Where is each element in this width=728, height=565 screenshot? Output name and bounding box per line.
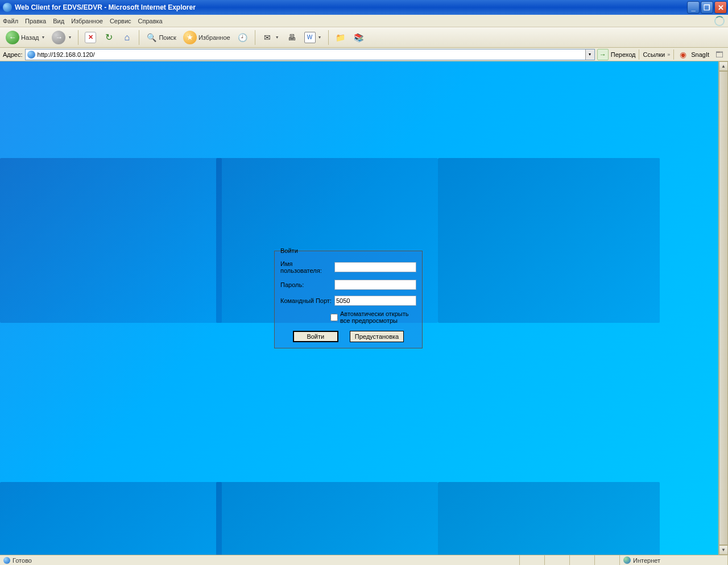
separator xyxy=(255,30,255,45)
history-icon: 🕘 xyxy=(237,32,249,43)
minimize-button[interactable]: _ xyxy=(687,1,700,14)
password-label: Пароль: xyxy=(280,281,334,288)
snagit-window-icon[interactable]: 🗔 xyxy=(714,49,725,60)
window-controls: _ ❐ ✕ xyxy=(687,0,728,15)
favorites-label: Избранное xyxy=(198,34,230,41)
menu-view[interactable]: Вид xyxy=(53,18,64,24)
status-text: Готово xyxy=(13,557,32,564)
chevron-down-icon: ▼ xyxy=(275,35,279,39)
favorites-button[interactable]: ★ Избранное xyxy=(181,30,233,45)
scroll-thumb[interactable] xyxy=(719,71,728,545)
menu-bar: Файл Правка Вид Избранное Сервис Справка xyxy=(0,15,728,27)
address-input-wrap[interactable]: ▾ xyxy=(25,49,595,60)
login-buttons: Войти Предустановка xyxy=(280,331,416,342)
address-dropdown[interactable]: ▾ xyxy=(585,49,594,60)
maximize-button[interactable]: ❐ xyxy=(701,1,713,14)
status-panel-main: Готово xyxy=(0,555,520,565)
back-button[interactable]: ← Назад ▼ xyxy=(3,30,47,45)
snagit-label[interactable]: SnagIt xyxy=(691,51,709,58)
ie-status-icon xyxy=(3,557,10,564)
search-icon: 🔍 xyxy=(146,32,157,43)
folder-button[interactable]: 📁 xyxy=(333,31,349,44)
username-label: Имя пользователя: xyxy=(280,260,334,274)
research-button[interactable]: 📚 xyxy=(351,31,367,44)
mail-icon: ✉ xyxy=(262,32,273,43)
home-icon: ⌂ xyxy=(121,32,133,43)
refresh-button[interactable]: ↻ xyxy=(101,31,117,44)
bg-tile xyxy=(216,482,438,555)
status-panel xyxy=(595,555,620,565)
print-button[interactable]: 🖶 xyxy=(284,31,300,44)
search-label: Поиск xyxy=(159,34,176,41)
toolbar: ← Назад ▼ → ▼ ✕ ↻ ⌂ 🔍 Поиск ★ Избранное … xyxy=(0,27,728,48)
bg-tile xyxy=(0,158,222,323)
throbber-icon xyxy=(714,16,725,26)
home-button[interactable]: ⌂ xyxy=(119,31,135,44)
menu-help[interactable]: Справка xyxy=(138,18,163,24)
status-panel xyxy=(570,555,595,565)
stop-icon: ✕ xyxy=(85,32,96,43)
mail-button[interactable]: ✉▼ xyxy=(259,31,282,44)
login-legend: Войти xyxy=(279,247,299,254)
window-titlebar: Web Client for EDVS/EDVR - Microsoft Int… xyxy=(0,0,728,15)
login-fieldset: Войти Имя пользователя: Пароль: Командны… xyxy=(274,251,423,348)
separator xyxy=(673,49,674,60)
port-row: Командный Порт: xyxy=(280,296,416,306)
page-viewport: Войти Имя пользователя: Пароль: Командны… xyxy=(0,61,728,555)
forward-arrow-icon: → xyxy=(52,31,65,44)
stop-button[interactable]: ✕ xyxy=(82,31,98,44)
separator xyxy=(328,30,329,45)
port-label: Командный Порт: xyxy=(280,297,334,304)
go-label: Переход xyxy=(611,51,636,58)
separator xyxy=(139,30,139,45)
port-input[interactable] xyxy=(334,296,416,306)
zone-text: Интернет xyxy=(633,557,660,564)
password-input[interactable] xyxy=(334,280,416,290)
address-label: Адрес: xyxy=(3,51,23,58)
chevron-down-icon: ▼ xyxy=(42,35,46,39)
chevron-down-icon: ▼ xyxy=(68,35,72,39)
edit-button[interactable]: W▼ xyxy=(302,31,324,44)
refresh-icon: ↻ xyxy=(103,32,114,43)
username-row: Имя пользователя: xyxy=(280,260,416,274)
close-button[interactable]: ✕ xyxy=(714,1,727,14)
chevron-down-icon: ▼ xyxy=(318,35,322,39)
edit-doc-icon: W xyxy=(304,32,316,43)
scroll-down-button[interactable]: ▼ xyxy=(719,545,728,555)
forward-button[interactable]: → ▼ xyxy=(49,30,74,45)
expand-icon[interactable]: » xyxy=(667,52,670,57)
password-row: Пароль: xyxy=(280,280,416,290)
back-label: Назад xyxy=(21,34,39,41)
bg-tile xyxy=(0,482,222,555)
vertical-scrollbar[interactable]: ▲ ▼ xyxy=(718,61,728,555)
menu-favorites[interactable]: Избранное xyxy=(71,18,103,24)
bg-tile xyxy=(438,158,660,323)
separator xyxy=(78,30,78,45)
status-bar: Готово Интернет xyxy=(0,555,728,565)
go-button[interactable]: → xyxy=(597,49,609,60)
status-panel xyxy=(545,555,570,565)
print-icon: 🖶 xyxy=(286,32,297,43)
star-icon: ★ xyxy=(183,31,197,44)
security-zone-panel: Интернет xyxy=(620,555,728,565)
menu-tools[interactable]: Сервис xyxy=(110,18,131,24)
address-input[interactable] xyxy=(38,50,585,59)
window-title: Web Client for EDVS/EDVR - Microsoft Int… xyxy=(15,3,687,11)
username-input[interactable] xyxy=(334,262,416,272)
status-panel xyxy=(520,555,545,565)
links-label[interactable]: Ссылки xyxy=(643,51,665,58)
back-arrow-icon: ← xyxy=(6,31,19,44)
search-button[interactable]: 🔍 Поиск xyxy=(143,31,178,44)
history-button[interactable]: 🕘 xyxy=(235,31,251,44)
autopreview-checkbox[interactable] xyxy=(330,314,338,321)
snagit-icon: ◉ xyxy=(677,49,689,60)
page-icon xyxy=(27,51,35,59)
autopreview-label: Автоматически открыть все предпросмотры xyxy=(340,310,416,324)
preset-button[interactable]: Предустановка xyxy=(350,331,404,342)
scroll-up-button[interactable]: ▲ xyxy=(719,61,728,71)
globe-icon xyxy=(623,556,631,564)
login-button[interactable]: Войти xyxy=(293,331,338,342)
menu-edit[interactable]: Правка xyxy=(25,18,46,24)
menu-file[interactable]: Файл xyxy=(3,18,18,24)
separator xyxy=(639,49,639,60)
